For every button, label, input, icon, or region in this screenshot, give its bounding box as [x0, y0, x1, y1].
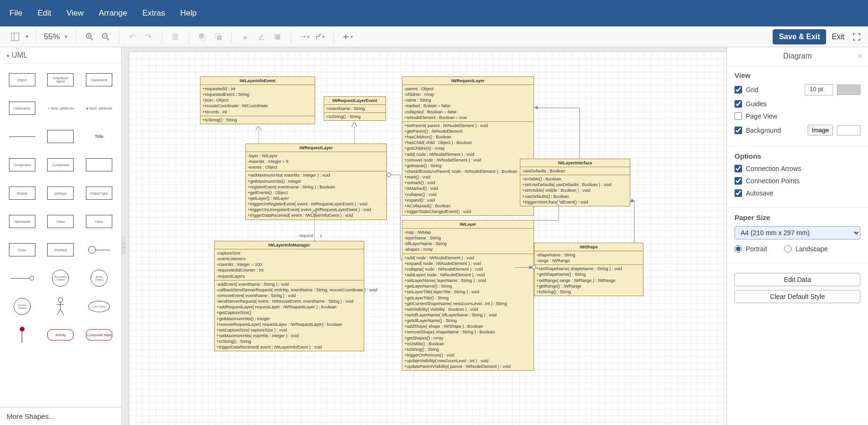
palette-shape[interactable]: EntityObject: [82, 267, 117, 289]
line-color-button[interactable]: [255, 30, 268, 43]
palette-shape[interactable]: [43, 295, 78, 318]
palette-shape[interactable]: Interface: [43, 238, 78, 261]
uml-class-IWLayerInterface[interactable]: IWLayerInterface-useDefaults : Boolean-i…: [520, 159, 630, 206]
svg-rect-13: [259, 39, 264, 40]
connection-button[interactable]: →▾: [298, 30, 311, 43]
options-heading: Options: [734, 152, 860, 160]
portrait-radio[interactable]: [734, 245, 742, 253]
palette-shape[interactable]: [5, 267, 40, 289]
canvas[interactable]: IWLayerInfoEvent+requestedId : int+reque…: [129, 52, 726, 425]
svg-line-3: [91, 38, 93, 40]
palette-shape[interactable]: Class: [43, 210, 78, 233]
menu-help[interactable]: Help: [180, 8, 197, 18]
uml-class-IWRequestLayer[interactable]: IWRequestLayer-layer : IWLayer-maxHits :…: [245, 144, 387, 220]
sidebar-toggle-handle[interactable]: ⋮⋮: [122, 236, 125, 255]
edit-data-button[interactable]: Edit Data: [734, 273, 860, 286]
palette-shape[interactable]: Object: [5, 68, 40, 91]
uml-class-IWLayer[interactable]: IWLayer-map : IWMap-layerName : String-i…: [402, 220, 534, 371]
guides-checkbox[interactable]: [734, 100, 742, 108]
palette-shape[interactable]: Module: [5, 182, 40, 204]
grid-label: Grid: [746, 86, 758, 94]
conn-arrows-checkbox[interactable]: [734, 165, 742, 172]
fullscreen-button[interactable]: [850, 30, 863, 43]
svg-point-16: [58, 298, 63, 302]
panel-title: Diagram: [783, 52, 811, 60]
background-color-swatch[interactable]: [837, 125, 860, 136]
palette-shape[interactable]: ● item: attribute: [82, 97, 117, 119]
autosave-checkbox[interactable]: [734, 189, 742, 197]
uml-class-IWRequestLayerEvent[interactable]: IWRequestLayerEvent+eventName : String+t…: [324, 96, 386, 121]
svg-rect-11: [217, 35, 222, 40]
svg-line-20: [60, 309, 64, 315]
palette-shape[interactable]: «interface»Name: [43, 68, 78, 91]
save-exit-button[interactable]: Save & Exit: [773, 29, 826, 44]
to-front-button[interactable]: [196, 30, 209, 43]
zoom-out-button[interactable]: [99, 30, 112, 43]
grid-checkbox[interactable]: [734, 86, 742, 94]
conn-points-checkbox[interactable]: [734, 177, 742, 185]
palette-shape[interactable]: Object:Type: [82, 182, 117, 204]
paper-heading: Paper Size: [734, 213, 860, 221]
shape-palette: Object«interface»NameClassnameClassname+…: [0, 64, 121, 407]
background-checkbox[interactable]: [734, 127, 742, 134]
undo-button[interactable]: ↶: [126, 30, 139, 43]
clear-style-button[interactable]: Clear Default Style: [734, 290, 860, 303]
palette-shape[interactable]: package: [43, 182, 78, 204]
palette-shape[interactable]: Component: [5, 153, 40, 176]
uml-class-IWRequestLayer[interactable]: IWRequestLayer-parent : Object-children …: [402, 76, 534, 216]
palette-shape[interactable]: Classname: [5, 97, 40, 119]
menubar: File Edit View Arrange Extras Help: [0, 0, 868, 26]
exit-button[interactable]: Exit: [832, 33, 844, 41]
landscape-radio[interactable]: [784, 245, 792, 253]
autosave-label: Autosave: [746, 189, 773, 197]
pageview-label: Page View: [746, 112, 777, 120]
palette-shape[interactable]: [82, 238, 117, 261]
shadow-button[interactable]: [271, 30, 284, 43]
view-mode-button[interactable]: [8, 30, 22, 43]
svg-rect-0: [11, 33, 19, 41]
background-image-button[interactable]: Image: [808, 125, 833, 136]
palette-shape[interactable]: [5, 125, 40, 148]
palette-shape[interactable]: Title: [82, 125, 117, 148]
svg-rect-9: [199, 34, 204, 38]
palette-shape[interactable]: Activity: [43, 323, 78, 346]
close-icon[interactable]: ×: [857, 51, 862, 61]
uml-class-IWLayerInfoManager[interactable]: IWLayerInfoManager-captureSize-eventList…: [214, 241, 364, 351]
palette-shape[interactable]: Composite State: [82, 323, 117, 346]
palette-shape[interactable]: Class: [82, 210, 117, 233]
to-back-button[interactable]: [212, 30, 225, 43]
waypoints-button[interactable]: ▾: [314, 30, 327, 43]
insert-button[interactable]: ＋▾: [341, 30, 354, 43]
menu-extras[interactable]: Extras: [142, 8, 165, 18]
paper-size-select[interactable]: A4 (210 mm x 297 mm): [734, 226, 860, 239]
redo-button[interactable]: ↷: [142, 30, 155, 43]
menu-view[interactable]: View: [67, 8, 84, 18]
palette-shape[interactable]: Classname: [82, 68, 117, 91]
palette-shape[interactable]: [82, 153, 117, 176]
palette-shape[interactable]: Component: [43, 153, 78, 176]
palette-shape[interactable]: Tablename: [5, 210, 40, 233]
palette-shape[interactable]: Use Case: [82, 295, 117, 318]
sidebar-title[interactable]: UML: [0, 47, 121, 64]
zoom-in-button[interactable]: [83, 30, 96, 43]
zoom-value[interactable]: 55%: [44, 32, 60, 42]
fill-color-button[interactable]: [239, 30, 252, 43]
palette-shape[interactable]: + item: attribute: [43, 97, 78, 119]
grid-size-input[interactable]: 10 pt: [805, 84, 833, 95]
uml-class-IWShape[interactable]: IWShape-shapeName : String-range : IWRan…: [534, 243, 643, 296]
conn-points-label: Connection Points: [746, 177, 800, 185]
uml-class-IWLayerInfoEvent[interactable]: IWLayerInfoEvent+requestedId : int+reque…: [200, 76, 315, 124]
pageview-checkbox[interactable]: [734, 112, 742, 120]
palette-shape[interactable]: Class: [5, 238, 40, 261]
palette-shape[interactable]: BoundaryObject: [43, 267, 78, 289]
menu-file[interactable]: File: [9, 8, 22, 18]
chevron-down-icon: ▼: [64, 34, 68, 39]
palette-shape[interactable]: ControlObject: [5, 295, 40, 318]
delete-button[interactable]: 🗑: [169, 30, 182, 43]
grid-color-swatch[interactable]: [837, 85, 860, 95]
menu-edit[interactable]: Edit: [37, 8, 51, 18]
menu-arrange[interactable]: Arrange: [99, 8, 127, 18]
more-shapes-button[interactable]: More Shapes...: [0, 407, 121, 425]
palette-shape[interactable]: [43, 125, 78, 148]
palette-shape[interactable]: [5, 323, 40, 346]
